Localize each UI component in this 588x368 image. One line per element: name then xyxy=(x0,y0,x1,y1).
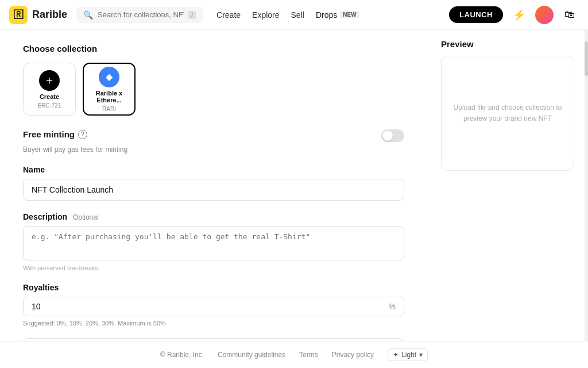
description-label: Description Optional xyxy=(23,212,404,221)
royalties-input[interactable] xyxy=(32,302,389,311)
footer-community-link[interactable]: Community guidelines xyxy=(218,351,285,359)
footer-terms-link[interactable]: Terms xyxy=(299,351,318,359)
royalties-label: Royalties xyxy=(23,283,404,292)
free-minting-text: Free minting xyxy=(23,129,75,139)
royalties-percent: % xyxy=(389,302,396,311)
theme-chevron-icon: ▾ xyxy=(419,351,423,359)
rarible-card-icon: ◆ xyxy=(99,67,119,87)
nav-create[interactable]: Create xyxy=(216,10,241,20)
create-card-sub: ERC-721 xyxy=(37,102,61,109)
name-input[interactable] xyxy=(23,179,404,201)
royalties-hint: Suggested: 0%, 10%, 20%, 30%. Maximum is… xyxy=(23,320,404,327)
rarible-collection-card[interactable]: ◆ Rarible x Ethere... RARI xyxy=(83,63,136,116)
search-bar[interactable]: 🔍 / xyxy=(76,7,203,23)
theme-button[interactable]: ✦ Light ▾ xyxy=(388,348,428,361)
free-minting-label: Free minting ? xyxy=(23,129,87,139)
rarible-card-sub: RARI xyxy=(102,106,116,112)
nav-drops[interactable]: Drops NEW xyxy=(316,10,359,20)
logo-text: Rarible xyxy=(32,9,67,21)
free-minting-sub: Buyer will pay gas fees for minting xyxy=(23,145,404,154)
nav: Create Explore Sell Drops NEW xyxy=(216,10,440,20)
preserved-line-breaks-text: With preserved line-breaks xyxy=(23,264,404,271)
search-slash-icon: / xyxy=(188,11,196,19)
left-panel: Choose collection ＋ Create ERC-721 ◆ Rar… xyxy=(0,30,427,368)
right-panel: Preview Upload file and choose collectio… xyxy=(427,30,588,368)
create-card-icon: ＋ xyxy=(39,70,60,91)
logo[interactable]: 🅁 Rarible xyxy=(9,6,67,24)
preview-box: Upload file and choose collection to pre… xyxy=(441,56,574,171)
preview-title: Preview xyxy=(441,39,574,49)
footer: © Rarible, Inc. Community guidelines Ter… xyxy=(0,341,588,368)
description-input[interactable] xyxy=(23,226,404,260)
header: 🅁 Rarible 🔍 / Create Explore Sell Drops … xyxy=(0,0,588,30)
theme-label: Light xyxy=(401,351,416,359)
drops-badge: NEW xyxy=(340,11,359,18)
create-card-label: Create xyxy=(40,93,59,100)
scrollbar[interactable] xyxy=(585,30,588,368)
name-label: Name xyxy=(23,165,404,174)
footer-privacy-link[interactable]: Privacy policy xyxy=(332,351,374,359)
lightning-icon[interactable]: ⚡ xyxy=(510,6,528,24)
rarible-card-label: Rarible x Ethere... xyxy=(84,90,134,103)
scrollbar-thumb[interactable] xyxy=(585,41,588,76)
choose-collection-title: Choose collection xyxy=(23,44,404,53)
description-optional-label: Optional xyxy=(73,213,99,221)
nav-explore[interactable]: Explore xyxy=(252,10,279,20)
free-minting-row: Free minting ? xyxy=(23,129,404,142)
bag-icon[interactable]: 🛍 xyxy=(560,6,579,24)
royalties-row: % xyxy=(23,297,404,316)
create-collection-card[interactable]: ＋ Create ERC-721 xyxy=(23,63,76,116)
nav-sell[interactable]: Sell xyxy=(291,10,304,20)
logo-icon: 🅁 xyxy=(9,6,28,24)
collection-row: ＋ Create ERC-721 ◆ Rarible x Ethere... R… xyxy=(23,63,404,116)
toggle-thumb xyxy=(382,131,393,141)
search-input[interactable] xyxy=(98,10,184,19)
search-icon: 🔍 xyxy=(83,10,93,20)
theme-icon: ✦ xyxy=(393,351,399,359)
nav-drops-label: Drops xyxy=(316,10,337,20)
preview-placeholder-text: Upload file and choose collection to pre… xyxy=(451,102,564,124)
footer-copyright: © Rarible, Inc. xyxy=(160,351,204,359)
avatar[interactable] xyxy=(535,6,554,24)
header-right: LAUNCH ⚡ 🛍 xyxy=(449,6,579,24)
free-minting-help-icon[interactable]: ? xyxy=(78,130,87,139)
free-minting-toggle[interactable] xyxy=(381,129,404,142)
main-content: Choose collection ＋ Create ERC-721 ◆ Rar… xyxy=(0,30,588,368)
launch-button[interactable]: LAUNCH xyxy=(449,6,503,23)
